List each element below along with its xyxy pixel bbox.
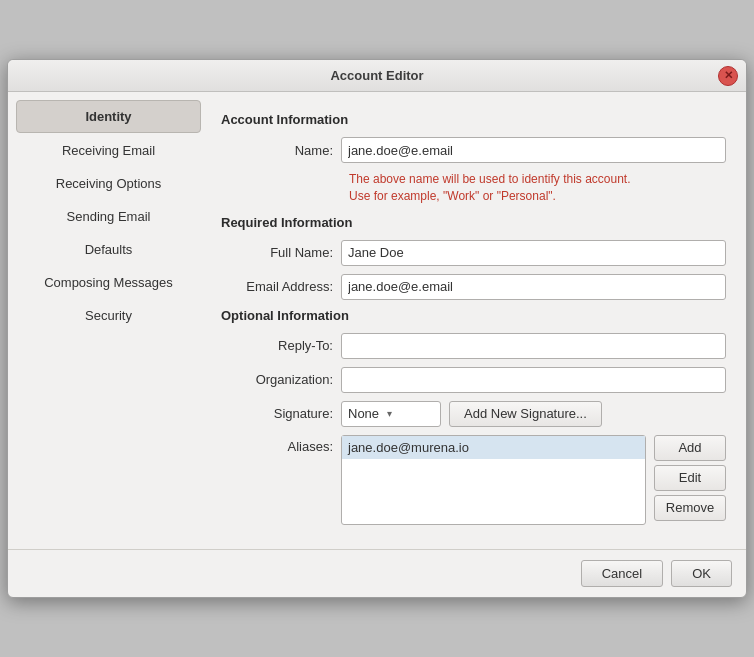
signature-label: Signature: (221, 406, 341, 421)
titlebar: Account Editor ✕ (8, 60, 746, 92)
reply-to-row: Reply-To: (221, 333, 726, 359)
dialog-footer: Cancel OK (8, 549, 746, 597)
cancel-button[interactable]: Cancel (581, 560, 663, 587)
main-content: Account Information Name: The above name… (209, 100, 738, 541)
sidebar-item-composing-messages[interactable]: Composing Messages (16, 267, 201, 298)
email-address-label: Email Address: (221, 279, 341, 294)
signature-controls: None ▾ Add New Signature... (341, 401, 602, 427)
chevron-down-icon: ▾ (387, 408, 392, 419)
dialog-body: Identity Receiving Email Receiving Optio… (8, 92, 746, 549)
reply-to-input[interactable] (341, 333, 726, 359)
signature-value: None (348, 406, 379, 421)
name-row: Name: (221, 137, 726, 163)
sidebar: Identity Receiving Email Receiving Optio… (16, 100, 201, 541)
sidebar-item-sending-email[interactable]: Sending Email (16, 201, 201, 232)
aliases-label: Aliases: (221, 435, 341, 454)
dialog-title: Account Editor (330, 68, 423, 83)
sidebar-item-receiving-options[interactable]: Receiving Options (16, 168, 201, 199)
email-address-input[interactable] (341, 274, 726, 300)
aliases-buttons: Add Edit Remove (654, 435, 726, 521)
remove-alias-button[interactable]: Remove (654, 495, 726, 521)
close-icon: ✕ (724, 69, 733, 82)
signature-row: Signature: None ▾ Add New Signature... (221, 401, 726, 427)
sidebar-item-defaults[interactable]: Defaults (16, 234, 201, 265)
list-item[interactable]: jane.doe@murena.io (342, 436, 645, 459)
aliases-list[interactable]: jane.doe@murena.io (341, 435, 646, 525)
edit-alias-button[interactable]: Edit (654, 465, 726, 491)
sidebar-item-security[interactable]: Security (16, 300, 201, 331)
name-hint: The above name will be used to identify … (349, 171, 726, 205)
sidebar-item-receiving-email[interactable]: Receiving Email (16, 135, 201, 166)
full-name-label: Full Name: (221, 245, 341, 260)
ok-button[interactable]: OK (671, 560, 732, 587)
signature-dropdown[interactable]: None ▾ (341, 401, 441, 427)
add-signature-button[interactable]: Add New Signature... (449, 401, 602, 427)
organization-input[interactable] (341, 367, 726, 393)
aliases-section: Aliases: jane.doe@murena.io Add Edit Rem… (221, 435, 726, 525)
sidebar-item-identity[interactable]: Identity (16, 100, 201, 133)
name-label: Name: (221, 143, 341, 158)
required-info-section-title: Required Information (221, 215, 726, 230)
organization-label: Organization: (221, 372, 341, 387)
full-name-row: Full Name: (221, 240, 726, 266)
organization-row: Organization: (221, 367, 726, 393)
optional-info-section-title: Optional Information (221, 308, 726, 323)
name-input[interactable] (341, 137, 726, 163)
account-editor-dialog: Account Editor ✕ Identity Receiving Emai… (7, 59, 747, 598)
reply-to-label: Reply-To: (221, 338, 341, 353)
add-alias-button[interactable]: Add (654, 435, 726, 461)
account-info-section-title: Account Information (221, 112, 726, 127)
full-name-input[interactable] (341, 240, 726, 266)
close-button[interactable]: ✕ (718, 66, 738, 86)
email-address-row: Email Address: (221, 274, 726, 300)
